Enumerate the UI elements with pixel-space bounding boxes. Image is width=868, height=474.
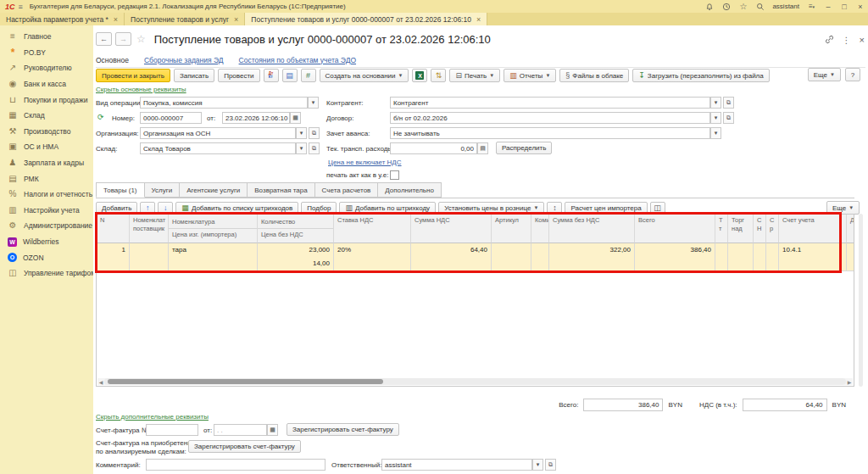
forward-button[interactable]: → [115,32,131,46]
help-button[interactable]: ? [845,68,860,81]
move-down-button[interactable]: ↓ [158,202,173,215]
table-row[interactable]: 1тара23,00014,0020%64,40322,00386,4010.4… [97,243,854,271]
table-cell[interactable]: 322,00 [549,243,635,271]
exchange-button[interactable]: ⇅ [431,69,446,82]
operation-dropdown-icon[interactable]: ▾ [308,97,319,109]
invoice-calendar-icon[interactable]: ▦ [267,424,278,436]
table-cell[interactable] [531,243,549,271]
responsible-open-icon[interactable]: ⧉ [545,459,556,471]
sidebar-item-admin[interactable]: ⚙Администрирование [0,218,93,234]
sidebar-item-ozon[interactable]: OOZON [0,249,93,265]
autonumber-icon[interactable]: ⟳ [97,114,104,121]
table-cell[interactable]: 64,40 [411,243,492,271]
sidebar-item-chart[interactable]: ↗Руководителю [0,60,93,76]
table-cell[interactable]: 386,40 [635,243,715,271]
table-cell[interactable] [715,243,728,271]
column-header[interactable]: КоличествоЦена без НДС [258,215,334,243]
current-user[interactable]: assistant [772,3,799,10]
organization-dropdown-icon[interactable]: ▾ [296,127,307,139]
post-and-close-button[interactable]: Провести и закрыть [96,69,170,82]
move-up-button[interactable]: ↑ [140,202,155,215]
column-header[interactable]: Торгнад [728,215,754,243]
set-retail-prices-button[interactable]: Установить цены в рознице▼ [438,202,544,215]
row-height-button[interactable]: ↕ [547,202,562,215]
grid-tab[interactable]: Счета расчетов [315,182,379,198]
window-tab[interactable]: Настройка параметров учета *× [0,13,125,25]
operation-field[interactable]: Покупка, комиссия [140,97,308,109]
close-window-button[interactable]: × [856,3,865,11]
table-cell[interactable] [754,243,766,271]
table-cell[interactable] [847,243,854,271]
counterparty-dropdown-icon[interactable]: ▾ [710,97,721,109]
notifications-bell-icon[interactable] [704,2,714,11]
window-tab[interactable]: Поступление товаров и услуг× [125,13,245,25]
column-header[interactable]: Артикул [492,215,531,243]
grid-tab[interactable]: Возвратная тара [248,182,314,198]
window-tab[interactable]: Поступление товаров и услуг 0000-000007 … [245,13,487,25]
column-header[interactable]: СН [754,215,766,243]
hide-additional-requisites-link[interactable]: Скрыть дополнительные реквизиты [96,413,209,421]
add-row-button[interactable]: Добавить [96,202,137,215]
contract-open-icon[interactable]: ⧉ [723,112,734,124]
grid-tab[interactable]: Услуги [145,182,181,198]
favorite-star-icon[interactable]: ☆ [136,33,146,45]
sidebar-item-bank[interactable]: ◉Банк и касса [0,76,93,92]
contract-field[interactable]: б/н от 02.02.2026 [390,112,710,124]
grid-tab[interactable]: Товары (1) [96,182,145,198]
organization-field[interactable]: Организация на ОСН [140,127,296,139]
warehouse-open-icon[interactable]: ⧉ [309,142,320,154]
document-structure-button[interactable]: # [301,69,316,82]
back-button[interactable]: ← [96,32,112,46]
nav-link[interactable]: Основное [96,56,129,64]
column-header[interactable]: N [97,215,130,243]
get-link-icon[interactable] [825,32,834,47]
advance-dropdown-icon[interactable]: ▾ [710,127,721,139]
column-header[interactable]: Номенклатпоставщик [130,215,169,243]
table-cell[interactable]: 20% [334,243,411,271]
register-invoice-button[interactable]: Зарегистрировать счет-фактуру [287,423,399,436]
column-header[interactable]: Комитент [531,215,549,243]
table-cell[interactable]: 10.4.1 [779,243,847,271]
grid-tab[interactable]: Дополнительно [378,182,442,198]
invoice-date-field[interactable]: . . [214,424,267,436]
register-purchase-invoice-button[interactable]: Зарегистрировать счет-фактуру [188,440,301,453]
print-button[interactable]: ⊟Печать▼ [449,69,500,82]
counterparty-open-icon[interactable]: ⧉ [723,97,734,109]
add-by-barcode-button[interactable]: ▥Добавить по штрихкоду [339,202,436,215]
load-from-file-button[interactable]: ↧Загрузить (перезаполнить) из файла [632,69,769,82]
sidebar-item-os[interactable]: ▣ОС и НМА [0,139,93,155]
sidebar-item-uchet[interactable]: ▥Настройки учета [0,203,93,219]
sidebar-item-cart[interactable]: ⊔Покупки и продажи [0,92,93,108]
show-postings-button[interactable]: ДтКт [264,69,279,82]
column-header[interactable]: Сумма НДС [411,215,492,243]
post-button[interactable]: Провести [218,69,259,82]
sidebar-item-tariff[interactable]: ◫Управление тарифом [0,265,93,282]
counterparty-field[interactable]: Контрагент [390,97,710,109]
column-header[interactable]: Счет учета [779,215,847,243]
sidebar-item-menu[interactable]: ≡Главное [0,29,93,45]
table-cell[interactable] [728,243,754,271]
column-header[interactable]: Всего [635,215,715,243]
sidebar-item-prod[interactable]: ⚒Производство [0,124,93,140]
comment-field[interactable] [146,459,326,471]
service-menu-icon[interactable]: ≡▾ [807,2,816,11]
column-header[interactable]: Тт [715,215,728,243]
maximize-button[interactable]: □ [840,3,849,11]
scroll-left-icon[interactable]: ◀ [97,379,104,385]
column-header[interactable]: НоменклатураЦена изг. (импортера) [169,215,258,243]
table-cell[interactable]: тара [169,243,258,271]
sidebar-item-tax[interactable]: %Налоги и отчетность [0,187,93,203]
price-no-vat-link[interactable]: Цена не включает НДС [328,159,402,166]
create-based-on-button[interactable]: Создать на основании▼ [320,69,409,82]
sidebar-item-people[interactable]: ♟Зарплата и кадры [0,155,93,171]
close-tab-icon[interactable]: × [114,15,118,24]
close-tab-icon[interactable]: × [476,15,481,24]
document-records-button[interactable]: ▤ [282,69,298,82]
sidebar-item-poby[interactable]: *PO.BY [0,45,93,61]
column-header[interactable]: Ср [766,215,779,243]
column-header[interactable]: Доп [847,215,854,243]
table-cell[interactable] [130,243,169,271]
sidebar-item-sklad[interactable]: ▦Склад [0,108,93,124]
reports-button[interactable]: ▥Отчеты▼ [504,69,556,82]
close-form-icon[interactable]: × [860,35,865,45]
